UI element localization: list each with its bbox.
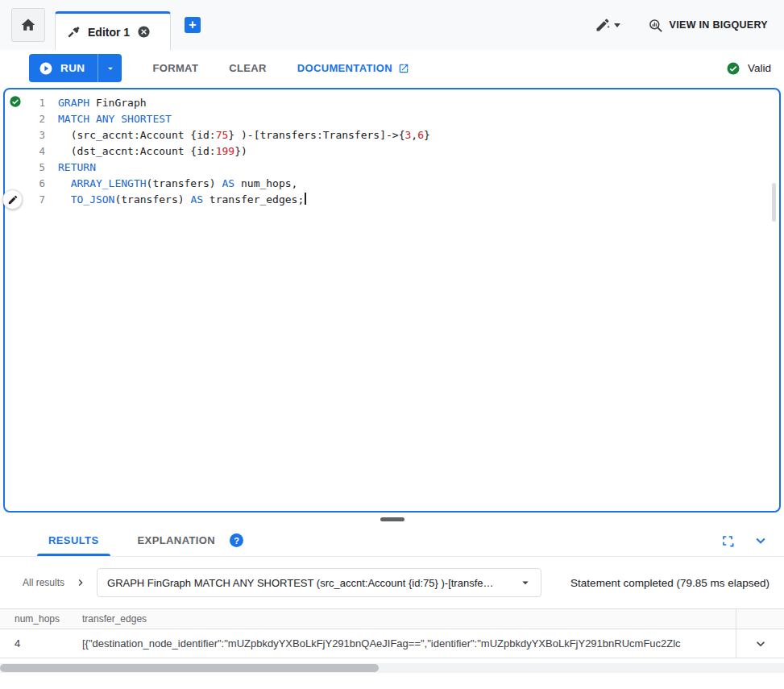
code-segment: ARRAY_LENGTH bbox=[71, 177, 147, 189]
fullscreen-icon bbox=[720, 533, 736, 549]
query-selector-value: GRAPH FinGraph MATCH ANY SHORTEST (src_a… bbox=[107, 577, 512, 589]
tab-label: Editor 1 bbox=[88, 26, 130, 39]
documentation-link[interactable]: DOCUMENTATION bbox=[297, 62, 409, 74]
code-segment: TO_JSON bbox=[71, 193, 115, 205]
code-line[interactable]: 6 ARRAY_LENGTH(transfers) AS num_hops, bbox=[26, 176, 779, 192]
format-button[interactable]: FORMAT bbox=[152, 62, 198, 74]
code-segment: (dst_accnt:Account {id: bbox=[58, 145, 216, 157]
results-tab-label: RESULTS bbox=[48, 534, 99, 546]
code-segment: 75 bbox=[216, 129, 229, 141]
column-header-actions bbox=[736, 609, 784, 629]
collapse-panel-button[interactable] bbox=[752, 532, 769, 550]
editor-toolbar: RUN FORMAT CLEAR DOCUMENTATION Valid bbox=[0, 50, 784, 86]
code-segment: }) bbox=[234, 145, 247, 157]
home-icon bbox=[20, 17, 36, 33]
code-segment: (transfers) bbox=[114, 193, 190, 205]
close-tab-icon[interactable] bbox=[137, 25, 151, 39]
line-number: 7 bbox=[26, 192, 45, 208]
tabstrip-actions: VIEW IN BIGQUERY bbox=[595, 17, 784, 33]
chevron-right-icon[interactable] bbox=[74, 576, 87, 589]
tab-explanation[interactable]: EXPLANATION bbox=[118, 525, 235, 556]
code-segment: 6 bbox=[417, 129, 424, 141]
code-line[interactable]: 7 TO_JSON(transfers) AS transfer_edges; bbox=[26, 192, 779, 208]
bigquery-magnifier-icon bbox=[648, 18, 663, 33]
expand-row-icon[interactable] bbox=[753, 636, 769, 652]
code-line[interactable]: 1GRAPH FinGraph bbox=[26, 95, 779, 111]
code-segment: AS bbox=[222, 177, 235, 189]
all-results-label[interactable]: All results bbox=[23, 577, 64, 588]
tab-results[interactable]: RESULTS bbox=[29, 525, 118, 556]
home-tab[interactable] bbox=[11, 8, 45, 42]
horizontal-scrollbar[interactable] bbox=[0, 663, 784, 673]
run-button[interactable]: RUN bbox=[29, 54, 97, 82]
table-header-row: num_hops transfer_edges bbox=[0, 608, 784, 629]
code-segment bbox=[58, 193, 71, 205]
results-tab-bar: RESULTS EXPLANATION ? bbox=[0, 525, 784, 557]
table-row: 4 [{"destination_node_identifier":"mUZpb… bbox=[0, 629, 784, 658]
chevron-down-icon bbox=[752, 532, 769, 550]
tab-editor-1[interactable]: Editor 1 bbox=[55, 11, 171, 50]
explanation-tab-label: EXPLANATION bbox=[138, 534, 216, 546]
code-segment: num_hops, bbox=[234, 177, 297, 189]
line-number: 4 bbox=[26, 143, 45, 160]
column-header-transfer-edges: transfer_edges bbox=[82, 613, 736, 625]
construction-icon bbox=[67, 25, 81, 39]
results-table: num_hops transfer_edges 4 [{"destination… bbox=[0, 608, 784, 658]
run-label: RUN bbox=[60, 62, 85, 74]
line-number: 5 bbox=[26, 160, 45, 176]
code-segment: AS bbox=[190, 193, 203, 205]
code-segment: 199 bbox=[216, 145, 234, 157]
code-segment: (src_accnt:Account {id: bbox=[58, 129, 216, 141]
dropdown-caret-icon bbox=[518, 575, 533, 590]
editor-vertical-scrollbar[interactable] bbox=[769, 93, 778, 508]
cell-actions bbox=[736, 629, 784, 658]
run-options-button[interactable] bbox=[97, 54, 122, 82]
code-segment: transfer_edges; bbox=[203, 193, 304, 205]
add-tab-button[interactable]: + bbox=[185, 17, 201, 33]
edit-with-assist-button[interactable] bbox=[2, 189, 23, 210]
cell-transfer-edges: [{"destination_node_identifier":"mUZpbkd… bbox=[82, 637, 736, 650]
clear-button[interactable]: CLEAR bbox=[229, 62, 267, 74]
code-lines[interactable]: 1GRAPH FinGraph2MATCH ANY SHORTEST3 (src… bbox=[26, 89, 779, 511]
line-number: 2 bbox=[26, 111, 45, 127]
query-selector-dropdown[interactable]: GRAPH FinGraph MATCH ANY SHORTEST (src_a… bbox=[97, 568, 541, 597]
bigquery-sql-workspace: Editor 1 + VIEW IN BIGQUERY RUN bbox=[0, 0, 784, 673]
code-segment: GRAPH bbox=[58, 97, 89, 109]
code-line[interactable]: 5RETURN bbox=[26, 160, 779, 176]
plus-icon: + bbox=[189, 19, 196, 31]
chevron-down-icon bbox=[614, 23, 620, 27]
editor-gutter bbox=[5, 89, 26, 511]
valid-label: Valid bbox=[748, 62, 771, 74]
sql-generation-tool-button[interactable] bbox=[595, 17, 620, 33]
validation-status: Valid bbox=[726, 61, 771, 76]
panel-resize-handle[interactable] bbox=[380, 517, 404, 521]
code-line[interactable]: 4 (dst_accnt:Account {id:199}) bbox=[26, 143, 779, 160]
cell-num-hops: 4 bbox=[0, 637, 82, 650]
code-segment: (transfers) bbox=[147, 177, 222, 189]
code-line[interactable]: 2MATCH ANY SHORTEST bbox=[26, 111, 779, 127]
code-segment: } )-[transfers:Transfers]->{ bbox=[228, 129, 404, 141]
results-panel-actions bbox=[720, 532, 784, 550]
code-segment: } bbox=[424, 129, 430, 141]
scrollbar-thumb[interactable] bbox=[0, 664, 379, 672]
chevron-down-icon bbox=[105, 63, 116, 74]
code-segment: RETURN bbox=[58, 161, 96, 173]
sql-editor[interactable]: 1GRAPH FinGraph2MATCH ANY SHORTEST3 (src… bbox=[3, 88, 781, 513]
text-cursor bbox=[305, 193, 306, 205]
view-in-bigquery-button[interactable]: VIEW IN BIGQUERY bbox=[648, 18, 768, 33]
play-icon bbox=[39, 61, 53, 76]
valid-check-icon bbox=[726, 61, 740, 76]
code-segment: MATCH ANY SHORTEST bbox=[58, 113, 172, 125]
results-query-row: All results GRAPH FinGraph MATCH ANY SHO… bbox=[0, 557, 784, 608]
code-segment bbox=[58, 177, 71, 189]
fullscreen-button[interactable] bbox=[720, 533, 736, 549]
code-segment: , bbox=[411, 129, 417, 141]
view-in-bigquery-label: VIEW IN BIGQUERY bbox=[670, 19, 768, 31]
line-number: 3 bbox=[26, 127, 45, 143]
line-number: 1 bbox=[26, 95, 45, 111]
documentation-label: DOCUMENTATION bbox=[297, 62, 392, 74]
tab-strip: Editor 1 + VIEW IN BIGQUERY bbox=[0, 0, 784, 50]
open-in-new-icon bbox=[398, 63, 409, 74]
code-line[interactable]: 3 (src_accnt:Account {id:75} )-[transfer… bbox=[26, 127, 779, 143]
scrollbar-thumb[interactable] bbox=[772, 183, 776, 222]
